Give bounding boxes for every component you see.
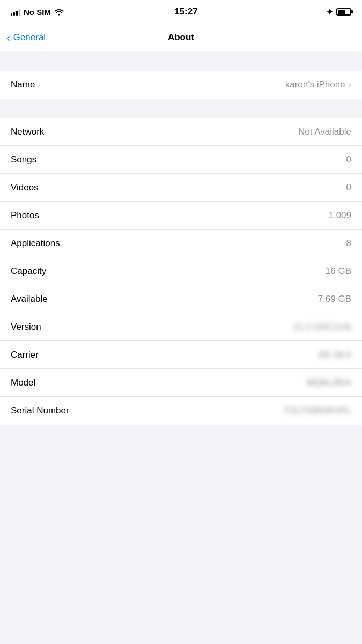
serial-number-value: F2LTG8N3HJFL (285, 405, 351, 416)
carrier-label: No SIM (11, 8, 64, 17)
bluetooth-icon: ✦ (326, 7, 333, 17)
back-label: General (13, 32, 46, 43)
model-row: Model MQ6L2B/A (0, 369, 362, 397)
version-value: 11.2 (15C114) (293, 322, 351, 332)
serial-number-label: Serial Number (11, 405, 69, 416)
status-time: 15:27 (174, 6, 197, 17)
name-chevron-icon: › (349, 80, 351, 90)
model-label: Model (11, 377, 35, 388)
network-value: Not Available (298, 127, 351, 137)
carrier-row-label: Carrier (11, 350, 39, 360)
videos-value: 0 (346, 182, 351, 193)
top-section-gap (0, 51, 362, 71)
available-label: Available (11, 294, 48, 305)
songs-row: Songs 0 (0, 146, 362, 174)
model-value: MQ6L2B/A (307, 377, 351, 388)
songs-label: Songs (11, 154, 36, 165)
serial-number-row: Serial Number F2LTG8N3HJFL (0, 397, 362, 425)
applications-label: Applications (11, 238, 60, 249)
wifi-icon (54, 8, 64, 16)
songs-value: 0 (346, 154, 351, 165)
available-value: 7.69 GB (318, 294, 351, 305)
name-value: karen's iPhone › (285, 79, 351, 90)
version-label: Version (11, 322, 41, 332)
name-row[interactable]: Name karen's iPhone › (0, 71, 362, 99)
photos-row: Photos 1,009 (0, 202, 362, 230)
info-section: Network Not Available Songs 0 Videos 0 P… (0, 118, 362, 425)
applications-value: 8 (346, 238, 351, 249)
videos-row: Videos 0 (0, 174, 362, 202)
name-section: Name karen's iPhone › (0, 71, 362, 99)
network-row: Network Not Available (0, 118, 362, 146)
version-row: Version 11.2 (15C114) (0, 313, 362, 341)
carrier-row: Carrier EE 26.0 (0, 341, 362, 369)
signal-bars-icon (11, 9, 20, 16)
videos-label: Videos (11, 182, 39, 193)
page-title: About (168, 32, 194, 43)
applications-row: Applications 8 (0, 230, 362, 257)
back-chevron-icon: ‹ (6, 32, 10, 43)
capacity-row: Capacity 16 GB (0, 257, 362, 285)
mid-section-gap (0, 99, 362, 118)
network-label: Network (11, 127, 44, 137)
battery-icon (336, 8, 351, 16)
name-label: Name (11, 79, 35, 90)
photos-label: Photos (11, 210, 39, 221)
capacity-label: Capacity (11, 266, 46, 277)
capacity-value: 16 GB (326, 266, 351, 277)
photos-value: 1,009 (328, 210, 351, 221)
carrier-row-value: EE 26.0 (319, 350, 352, 360)
status-bar: No SIM 15:27 ✦ (0, 0, 362, 24)
back-button[interactable]: ‹ General (6, 32, 46, 43)
status-right-icons: ✦ (308, 7, 351, 17)
navigation-bar: ‹ General About (0, 24, 362, 51)
available-row: Available 7.69 GB (0, 285, 362, 313)
